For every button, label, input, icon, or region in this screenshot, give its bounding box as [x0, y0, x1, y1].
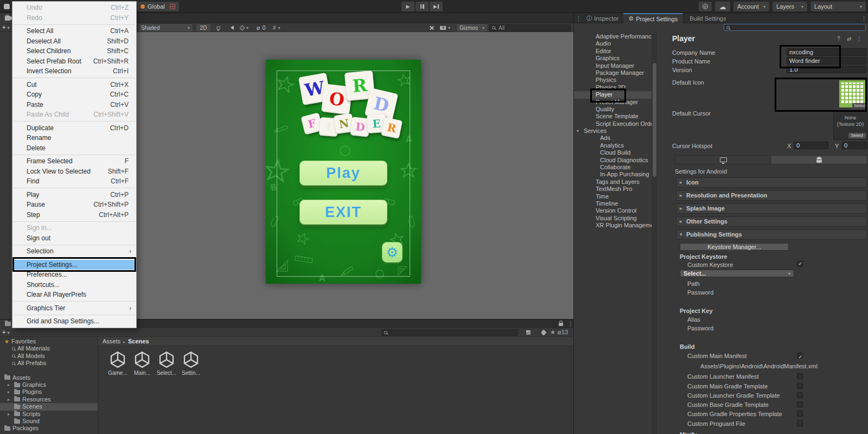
menu-item[interactable]: ›: [14, 301, 135, 302]
foldout-header[interactable]: Resolution and Presentation: [676, 190, 867, 201]
category-scrollbar[interactable]: [652, 31, 657, 434]
menu-item[interactable]: ›: [14, 315, 135, 315]
settings-category-item[interactable]: Scene Template: [574, 113, 652, 120]
menu-item[interactable]: Deselect All Shift+D ›: [12, 36, 136, 47]
build-option-checkbox[interactable]: [797, 373, 803, 379]
settings-category-item[interactable]: Input Manager: [574, 62, 652, 69]
scene-tools-button[interactable]: [426, 24, 437, 31]
scrollbar-thumb[interactable]: [653, 63, 656, 177]
build-option-checkbox[interactable]: [797, 420, 803, 426]
menu-item[interactable]: Cut Ctrl+X ›: [12, 80, 136, 90]
layout-dropdown[interactable]: Layout▾: [810, 2, 866, 11]
menu-item[interactable]: ›: [14, 78, 135, 78]
panel-tab[interactable]: Inspector: [582, 13, 623, 23]
settings-category-item[interactable]: Physics: [574, 76, 652, 84]
tree-row[interactable]: ▸ Sound: [0, 418, 98, 425]
menu-item[interactable]: Selection ›: [12, 246, 136, 257]
2d-toggle-button[interactable]: 2D: [196, 24, 210, 31]
menu-item[interactable]: Paste As Child Ctrl+Shift+V ›: [12, 110, 136, 120]
version-field[interactable]: 1.0: [787, 66, 867, 73]
settings-category-item[interactable]: Cloud Diagnostics: [574, 157, 652, 164]
company-name-field[interactable]: nxcoding: [787, 48, 867, 56]
settings-category-item[interactable]: Tags and Layers: [574, 178, 652, 186]
menu-item[interactable]: Select Children Shift+C ›: [12, 46, 136, 56]
shading-mode-dropdown[interactable]: Shaded ▾: [138, 24, 193, 31]
foldout-header[interactable]: Splash Image: [676, 203, 867, 214]
settings-category-item[interactable]: Timeline: [574, 200, 652, 207]
menu-item[interactable]: Grid and Snap Settings... ›: [12, 316, 136, 327]
expand-arrow-icon[interactable]: ▸: [8, 381, 12, 388]
menu-item[interactable]: Pause Ctrl+Shift+P ›: [12, 200, 136, 210]
menu-item[interactable]: Paste Ctrl+V ›: [12, 100, 136, 110]
settings-category-item[interactable]: Player: [574, 91, 652, 98]
lighting-toggle-button[interactable]: [214, 24, 223, 31]
hotspot-x-field[interactable]: 0: [794, 142, 828, 149]
menu-item[interactable]: Project Settings... ›: [12, 260, 136, 270]
account-dropdown[interactable]: Account▾: [733, 2, 769, 11]
panel-tab[interactable]: Project Settings: [623, 13, 682, 23]
expand-arrow-icon[interactable]: ▸: [8, 411, 12, 418]
search-by-label-icon[interactable]: [540, 329, 546, 335]
scene-asset-item[interactable]: Game...: [106, 350, 130, 376]
menu-item[interactable]: Select Prefab Root Ctrl+Shift+R ›: [12, 56, 136, 67]
menu-item[interactable]: Step Ctrl+Alt+P ›: [12, 210, 136, 220]
scene-viewport[interactable]: B A A W O R: [137, 32, 573, 319]
settings-category-item[interactable]: Ads: [574, 135, 652, 142]
scene-asset-item[interactable]: Select...: [155, 350, 178, 376]
default-cursor-field[interactable]: None (Texture 2D) Select: [833, 110, 867, 140]
panel-menu-icon[interactable]: ⋮: [567, 321, 573, 328]
menu-item[interactable]: Graphics Tier ›: [12, 303, 136, 314]
build-option-checkbox[interactable]: [797, 392, 803, 398]
scene-search-input[interactable]: [489, 24, 571, 31]
game-exit-button[interactable]: EXIT: [299, 200, 387, 225]
settings-category-item[interactable]: Package Manager: [574, 69, 652, 76]
menu-item[interactable]: Find Ctrl+F ›: [12, 176, 136, 187]
tree-row[interactable]: ▸ Favorites: [0, 338, 98, 345]
menu-item[interactable]: Lock View to Selected Shift+F ›: [12, 167, 136, 177]
tree-row[interactable]: ▸ Scenes: [0, 403, 98, 410]
settings-category-item[interactable]: Script Execution Order: [574, 120, 652, 127]
menu-item[interactable]: ›: [14, 188, 135, 188]
project-search-input[interactable]: [381, 329, 518, 336]
menu-item[interactable]: Sign in... ›: [12, 223, 136, 233]
menu-item[interactable]: ›: [14, 121, 135, 122]
settings-category-item[interactable]: Cloud Build: [574, 149, 652, 156]
settings-category-item[interactable]: Quality: [574, 106, 652, 113]
menu-item[interactable]: Redo Ctrl+Y ›: [12, 13, 136, 23]
menu-item[interactable]: Sign out ›: [12, 233, 136, 244]
product-name-field[interactable]: Word finder: [787, 57, 867, 65]
menu-item[interactable]: Duplicate Ctrl+D ›: [12, 123, 136, 133]
panel-menu-icon[interactable]: ⋮: [861, 15, 867, 22]
effects-dropdown[interactable]: ▾: [238, 24, 251, 31]
keystore-select-dropdown[interactable]: Select... ▾: [680, 270, 794, 277]
hand-tool-icon[interactable]: [4, 4, 10, 9]
menu-item[interactable]: Select All Ctrl+A ›: [12, 26, 136, 36]
tree-row[interactable]: ▸ All Models: [0, 353, 98, 360]
expand-arrow-icon[interactable]: ▸: [8, 396, 12, 403]
menu-item[interactable]: Undo Ctrl+Z ›: [12, 3, 136, 13]
settings-category-item[interactable]: Collaborate: [574, 164, 652, 171]
hidden-packages-toggle[interactable]: ⌀13: [558, 329, 568, 336]
cursor-select-button[interactable]: Select: [848, 133, 866, 138]
settings-search-input[interactable]: [724, 24, 866, 31]
breadcrumb-root[interactable]: Assets: [103, 338, 120, 344]
settings-category-item[interactable]: XR Plugin Management: [574, 222, 652, 229]
menu-item[interactable]: Clear All PlayerPrefs ›: [12, 290, 136, 300]
panel-tab[interactable]: Build Settings: [682, 13, 731, 23]
settings-category-item[interactable]: Editor: [574, 48, 652, 55]
menu-item[interactable]: Rename ›: [12, 133, 136, 143]
snap-grid-button[interactable]: [166, 2, 179, 11]
menu-item[interactable]: ›: [14, 221, 135, 222]
game-play-button[interactable]: Play: [299, 161, 387, 186]
build-option-checkbox[interactable]: [797, 411, 803, 417]
more-icon[interactable]: ⋮: [857, 36, 862, 42]
tree-row[interactable]: ▸ Graphics: [0, 381, 98, 388]
settings-category-item[interactable]: Version Control: [574, 207, 652, 214]
panel-handle-icon[interactable]: ⋮: [576, 15, 582, 22]
step-button[interactable]: ▶: [430, 2, 443, 11]
settings-category-item[interactable]: Physics 2D: [574, 84, 652, 91]
menu-item[interactable]: ›: [14, 245, 135, 245]
gizmos-dropdown[interactable]: Gizmos ▾: [457, 24, 487, 31]
grid-visibility-dropdown[interactable]: #▾: [270, 24, 283, 31]
build-option-checkbox[interactable]: [797, 401, 803, 407]
